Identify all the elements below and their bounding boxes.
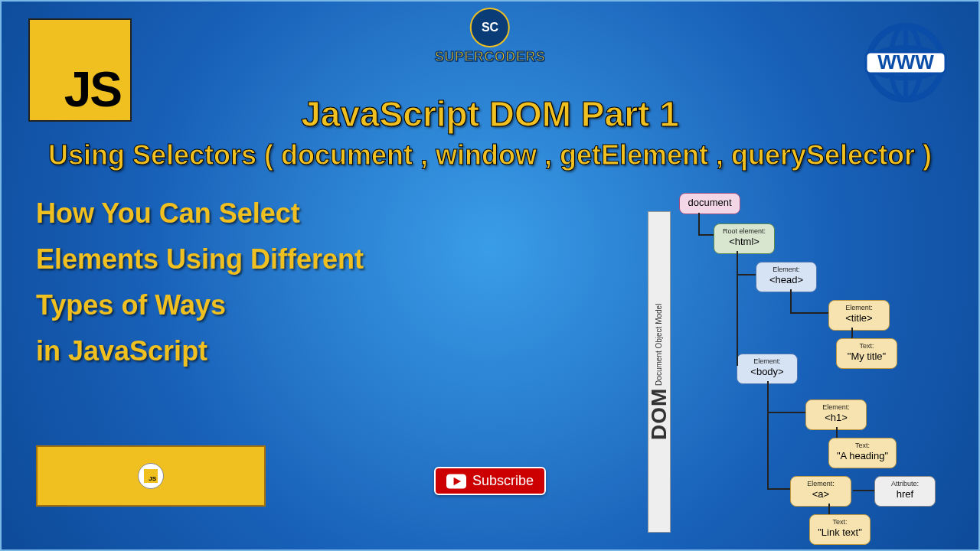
description-line: in JavaScript [36, 331, 364, 372]
brand-badge: SC SUPERCODERS [435, 9, 546, 65]
node-title: Element:<title> [828, 300, 890, 331]
node-a-text: Text:"Link text" [809, 514, 871, 545]
node-html: Root element:<html> [714, 223, 775, 254]
dom-spine-label: DOM Document Object Model [648, 211, 671, 533]
description-line: How You Can Select [36, 193, 364, 234]
subscribe-label: Subscribe [472, 473, 534, 489]
youtube-play-icon [446, 474, 466, 489]
mini-js-badge-icon: JS [138, 463, 164, 489]
description-block: How You Can Select Elements Using Differ… [36, 193, 364, 377]
main-title: JavaScript DOM Part 1 [301, 93, 678, 135]
node-a-attr: Attribute:href [874, 476, 936, 507]
footer-banner: JS [36, 445, 266, 507]
description-line: Types of Ways [36, 285, 364, 326]
dom-tree-diagram: DOM Document Object Model document Root … [614, 193, 966, 545]
node-h1: Element:<h1> [805, 399, 867, 430]
subscribe-button[interactable]: Subscribe [434, 467, 546, 495]
brand-name: SUPERCODERS [435, 49, 546, 65]
node-head: Element:<head> [756, 262, 817, 292]
description-line: Elements Using Different [36, 239, 364, 280]
js-logo: JS [28, 18, 132, 122]
node-a: Element:<a> [790, 476, 851, 507]
www-globe-icon: WWW [860, 17, 952, 109]
js-logo-text: JS [64, 65, 121, 114]
subtitle: Using Selectors ( document , window , ge… [48, 139, 932, 171]
node-body: Element:<body> [737, 354, 798, 384]
node-h1-text: Text:"A heading" [828, 438, 897, 468]
svg-text:WWW: WWW [877, 51, 934, 73]
brand-circle-icon: SC [472, 9, 508, 46]
node-document: document [679, 193, 740, 214]
node-title-text: Text:"My title" [836, 338, 897, 369]
